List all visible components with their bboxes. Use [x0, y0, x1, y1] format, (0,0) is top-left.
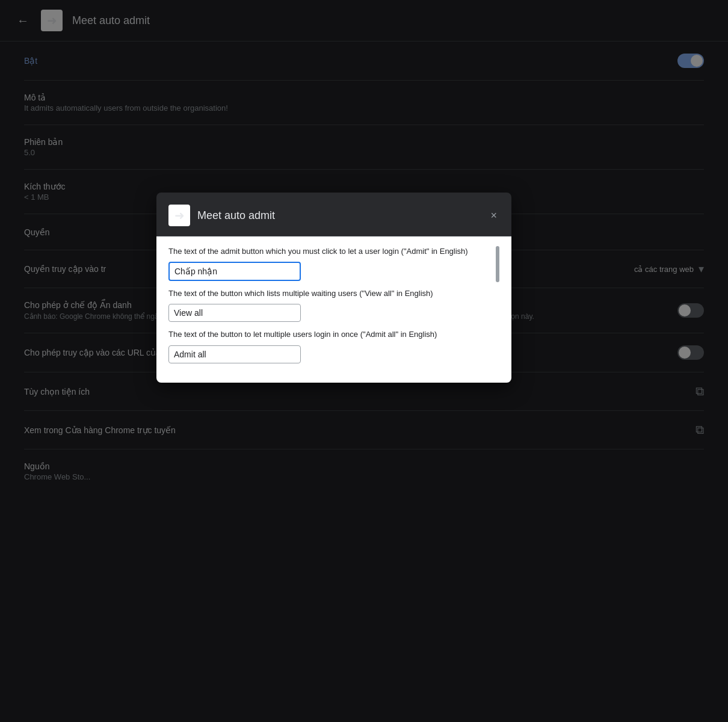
modal-scroll-area[interactable]: The text of the admit button which you m…	[168, 246, 499, 371]
field-view-all-btn: The text of the button which lists multi…	[168, 288, 499, 322]
modal-content: The text of the admit button which you m…	[156, 236, 511, 383]
field-input-view-all-btn[interactable]	[168, 304, 301, 322]
modal-close-button[interactable]: ×	[488, 207, 499, 224]
modal-title: Meet auto admit	[197, 209, 275, 222]
field-desc-admit-all-btn: The text of the button to let multiple u…	[168, 329, 499, 340]
field-input-admit-btn[interactable]	[168, 262, 301, 281]
scrollbar[interactable]	[496, 246, 499, 282]
modal-dialog: ➜ Meet auto admit × The text of the admi…	[156, 193, 511, 383]
field-admit-btn: The text of the admit button which you m…	[168, 246, 499, 281]
field-desc-view-all-btn: The text of the button which lists multi…	[168, 288, 499, 299]
modal-header: ➜ Meet auto admit ×	[156, 193, 511, 236]
field-input-admit-all-btn[interactable]	[168, 345, 301, 363]
modal-title-row: ➜ Meet auto admit	[168, 205, 275, 226]
modal-ext-icon: ➜	[168, 205, 190, 226]
field-admit-all-btn: The text of the button to let multiple u…	[168, 329, 499, 363]
field-desc-admit-btn: The text of the admit button which you m…	[168, 246, 499, 257]
